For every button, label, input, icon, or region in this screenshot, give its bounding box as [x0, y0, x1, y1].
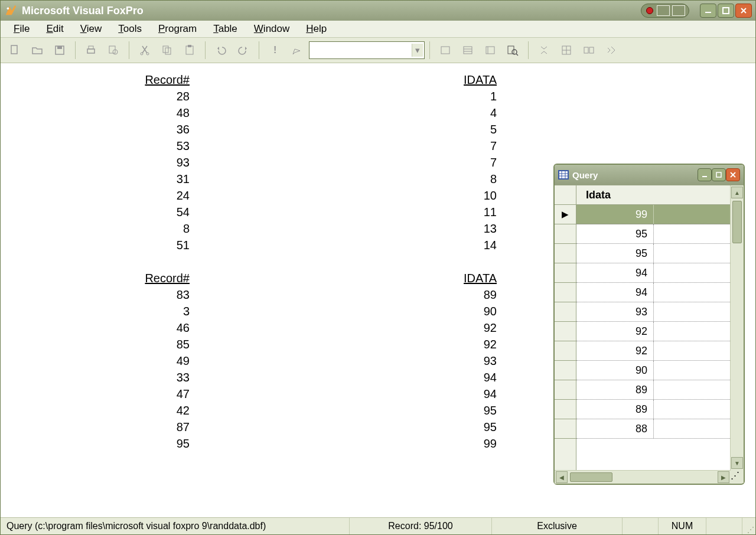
idata-cell[interactable]: 89: [576, 400, 654, 419]
row-selector[interactable]: [555, 380, 576, 400]
table-row[interactable]: 89: [576, 380, 730, 400]
save-button[interactable]: [49, 40, 70, 61]
svg-text:!: !: [273, 45, 276, 55]
table-row[interactable]: 94: [576, 263, 730, 283]
record-indicator-icon: [646, 7, 653, 14]
row-selector[interactable]: [555, 224, 576, 244]
cut-button[interactable]: [134, 40, 155, 61]
undo-button[interactable]: [210, 40, 232, 61]
row-selector[interactable]: [555, 341, 576, 361]
scroll-down-icon[interactable]: ▼: [731, 457, 743, 469]
close-button[interactable]: [735, 4, 752, 18]
idata-cell[interactable]: 90: [576, 361, 654, 380]
table-row[interactable]: 95: [576, 244, 730, 263]
query-minimize-button[interactable]: [698, 168, 712, 181]
new-button[interactable]: [4, 40, 25, 61]
menu-edit[interactable]: Edit: [38, 21, 71, 37]
resize-grip-icon[interactable]: ⋰: [731, 470, 744, 483]
paste-button[interactable]: [179, 40, 200, 61]
menu-program[interactable]: Program: [150, 21, 205, 37]
menu-help[interactable]: Help: [298, 21, 335, 37]
scrollbar-thumb[interactable]: [732, 201, 742, 243]
idata-cell[interactable]: 95: [576, 244, 654, 263]
main-window: Microsoft Visual FoxPro File Edit View T…: [0, 0, 756, 535]
idata-cell[interactable]: 99: [576, 205, 654, 224]
record-number: 95: [36, 435, 190, 452]
row-selector[interactable]: [555, 263, 576, 283]
query-window[interactable]: Query ▶ Idata 999595949493929290898988 ▲: [553, 164, 745, 485]
query-maximize-button[interactable]: [712, 168, 726, 181]
class-browser-button[interactable]: [533, 40, 555, 61]
table-row[interactable]: 90: [576, 361, 730, 380]
list-row: 5114: [36, 237, 497, 253]
menu-window[interactable]: Window: [246, 21, 298, 37]
aux-maximize-icon[interactable]: [672, 5, 685, 16]
row-selector[interactable]: [555, 283, 576, 302]
minimize-button[interactable]: [700, 4, 716, 18]
maximize-button[interactable]: [718, 4, 734, 18]
table-row[interactable]: 89: [576, 400, 730, 419]
svg-point-0: [7, 8, 9, 10]
database-combo[interactable]: ▾: [309, 41, 425, 59]
query-title-bar[interactable]: Query: [555, 165, 744, 185]
query-column-header[interactable]: Idata: [576, 185, 730, 205]
table-row[interactable]: 95: [576, 224, 730, 244]
object-browser-button[interactable]: [556, 40, 577, 61]
query-grid[interactable]: ▶ Idata 999595949493929290898988 ▲ ▼: [555, 185, 744, 470]
find-button[interactable]: [502, 40, 523, 61]
record-number: 42: [36, 402, 190, 419]
row-selector[interactable]: [555, 244, 576, 263]
print-preview-button[interactable]: [103, 40, 124, 61]
row-selector[interactable]: ▶: [555, 205, 576, 224]
print-button[interactable]: [80, 40, 102, 61]
run-button[interactable]: !: [264, 40, 285, 61]
table-row[interactable]: 99: [576, 205, 730, 224]
idata-cell[interactable]: 89: [576, 380, 654, 399]
table-row[interactable]: 92: [576, 341, 730, 361]
idata-cell[interactable]: 92: [576, 341, 654, 360]
h-scrollbar-thumb[interactable]: [570, 472, 612, 482]
svg-rect-6: [87, 49, 94, 53]
idata-value: 7: [190, 154, 497, 171]
query-close-button[interactable]: [726, 168, 740, 181]
record-number: 36: [36, 121, 190, 138]
modify-button[interactable]: [286, 40, 308, 61]
row-selector[interactable]: [555, 400, 576, 419]
form-button[interactable]: [435, 40, 456, 61]
scroll-right-icon[interactable]: ▶: [718, 471, 729, 483]
idata-cell[interactable]: 94: [576, 263, 654, 282]
redo-button[interactable]: [233, 40, 254, 61]
row-selector[interactable]: [555, 419, 576, 439]
row-selector[interactable]: [555, 322, 576, 341]
vertical-scrollbar[interactable]: ▲ ▼: [730, 185, 744, 470]
aux-restore-icon[interactable]: [657, 5, 670, 16]
idata-cell[interactable]: 88: [576, 419, 654, 438]
menu-view[interactable]: View: [72, 21, 110, 37]
idata-cell[interactable]: 95: [576, 224, 654, 243]
options-button[interactable]: [601, 40, 622, 61]
idata-cell[interactable]: 93: [576, 302, 654, 321]
window-resize-grip-icon[interactable]: ⋰: [742, 517, 755, 535]
record-number: 33: [36, 369, 190, 386]
menu-file[interactable]: File: [5, 21, 38, 37]
table-row[interactable]: 92: [576, 322, 730, 341]
table-row[interactable]: 88: [576, 419, 730, 439]
table-row[interactable]: 93: [576, 302, 730, 322]
idata-cell[interactable]: 94: [576, 283, 654, 302]
horizontal-scrollbar[interactable]: ◀ ▶: [555, 470, 731, 484]
menu-table[interactable]: Table: [205, 21, 246, 37]
open-button[interactable]: [27, 40, 48, 61]
table-row[interactable]: 94: [576, 283, 730, 302]
status-numlock: NUM: [659, 518, 706, 534]
idata-cell[interactable]: 92: [576, 322, 654, 341]
scroll-up-icon[interactable]: ▲: [731, 187, 743, 198]
row-selector[interactable]: [555, 361, 576, 380]
scroll-left-icon[interactable]: ◀: [556, 471, 568, 483]
menu-tools[interactable]: Tools: [110, 21, 150, 37]
idata-value: 89: [190, 286, 497, 303]
row-selector[interactable]: [555, 302, 576, 322]
copy-button[interactable]: [157, 40, 178, 61]
component-gallery-button[interactable]: [578, 40, 599, 61]
autoform-button[interactable]: [480, 40, 501, 61]
report-button[interactable]: [457, 40, 478, 61]
